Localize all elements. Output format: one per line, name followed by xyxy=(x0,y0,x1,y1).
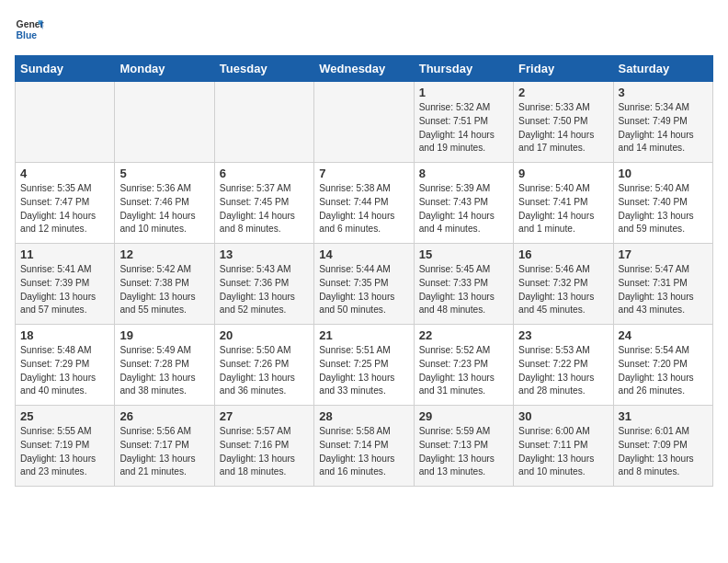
cell-details: Sunrise: 5:52 AM Sunset: 7:23 PM Dayligh… xyxy=(419,344,508,398)
logo-icon: General Blue xyxy=(15,15,44,44)
cell-details: Sunrise: 5:33 AM Sunset: 7:50 PM Dayligh… xyxy=(518,101,608,155)
calendar-cell: 4Sunrise: 5:35 AM Sunset: 7:47 PM Daylig… xyxy=(16,163,115,244)
day-number: 28 xyxy=(319,409,408,423)
cell-details: Sunrise: 5:49 AM Sunset: 7:28 PM Dayligh… xyxy=(119,344,209,398)
cell-details: Sunrise: 5:45 AM Sunset: 7:33 PM Dayligh… xyxy=(419,263,508,317)
calendar-cell: 1Sunrise: 5:32 AM Sunset: 7:51 PM Daylig… xyxy=(414,82,513,163)
cell-details: Sunrise: 5:58 AM Sunset: 7:14 PM Dayligh… xyxy=(319,425,408,479)
calendar-cell: 29Sunrise: 5:59 AM Sunset: 7:13 PM Dayli… xyxy=(414,406,513,487)
calendar-cell: 2Sunrise: 5:33 AM Sunset: 7:50 PM Daylig… xyxy=(514,82,613,163)
day-number: 17 xyxy=(619,247,708,261)
day-number: 3 xyxy=(619,86,708,99)
day-number: 7 xyxy=(319,167,408,180)
day-number: 14 xyxy=(319,247,408,261)
cell-details: Sunrise: 5:46 AM Sunset: 7:32 PM Dayligh… xyxy=(518,263,608,317)
day-number: 9 xyxy=(518,167,608,180)
cell-details: Sunrise: 5:47 AM Sunset: 7:31 PM Dayligh… xyxy=(619,263,708,317)
day-number: 16 xyxy=(518,247,608,261)
cell-details: Sunrise: 5:40 AM Sunset: 7:40 PM Dayligh… xyxy=(619,182,708,236)
cell-details: Sunrise: 5:40 AM Sunset: 7:41 PM Dayligh… xyxy=(518,182,608,236)
calendar-cell: 18Sunrise: 5:48 AM Sunset: 7:29 PM Dayli… xyxy=(16,325,115,406)
day-number: 2 xyxy=(518,86,608,99)
weekday-header-thursday: Thursday xyxy=(414,56,513,82)
calendar-cell: 17Sunrise: 5:47 AM Sunset: 7:31 PM Dayli… xyxy=(613,244,712,325)
weekday-header-wednesday: Wednesday xyxy=(314,56,414,82)
cell-details: Sunrise: 5:37 AM Sunset: 7:45 PM Dayligh… xyxy=(220,182,309,236)
cell-details: Sunrise: 5:36 AM Sunset: 7:46 PM Dayligh… xyxy=(119,182,209,236)
cell-details: Sunrise: 5:34 AM Sunset: 7:49 PM Dayligh… xyxy=(619,101,708,155)
cell-details: Sunrise: 5:35 AM Sunset: 7:47 PM Dayligh… xyxy=(20,182,109,236)
logo: General Blue xyxy=(15,15,44,44)
calendar-cell xyxy=(115,82,214,163)
cell-details: Sunrise: 5:41 AM Sunset: 7:39 PM Dayligh… xyxy=(20,263,109,317)
calendar-cell: 26Sunrise: 5:56 AM Sunset: 7:17 PM Dayli… xyxy=(115,406,214,487)
calendar-cell: 24Sunrise: 5:54 AM Sunset: 7:20 PM Dayli… xyxy=(613,325,712,406)
day-number: 24 xyxy=(619,328,708,342)
calendar-cell: 30Sunrise: 6:00 AM Sunset: 7:11 PM Dayli… xyxy=(514,406,613,487)
calendar-cell: 5Sunrise: 5:36 AM Sunset: 7:46 PM Daylig… xyxy=(115,163,214,244)
calendar-cell xyxy=(16,82,115,163)
calendar-cell: 13Sunrise: 5:43 AM Sunset: 7:36 PM Dayli… xyxy=(214,244,313,325)
day-number: 26 xyxy=(119,409,209,423)
calendar-table: SundayMondayTuesdayWednesdayThursdayFrid… xyxy=(15,55,713,487)
weekday-header-saturday: Saturday xyxy=(613,56,712,82)
day-number: 5 xyxy=(119,167,209,180)
day-number: 13 xyxy=(220,247,309,261)
cell-details: Sunrise: 5:57 AM Sunset: 7:16 PM Dayligh… xyxy=(220,425,309,479)
calendar-cell: 6Sunrise: 5:37 AM Sunset: 7:45 PM Daylig… xyxy=(214,163,313,244)
cell-details: Sunrise: 5:55 AM Sunset: 7:19 PM Dayligh… xyxy=(20,425,109,479)
day-number: 11 xyxy=(20,247,109,261)
week-row-3: 11Sunrise: 5:41 AM Sunset: 7:39 PM Dayli… xyxy=(16,244,713,325)
calendar-cell: 27Sunrise: 5:57 AM Sunset: 7:16 PM Dayli… xyxy=(214,406,313,487)
day-number: 12 xyxy=(119,247,209,261)
calendar-cell: 14Sunrise: 5:44 AM Sunset: 7:35 PM Dayli… xyxy=(314,244,414,325)
weekday-header-row: SundayMondayTuesdayWednesdayThursdayFrid… xyxy=(16,56,713,82)
calendar-cell: 21Sunrise: 5:51 AM Sunset: 7:25 PM Dayli… xyxy=(314,325,414,406)
svg-text:Blue: Blue xyxy=(17,30,38,40)
day-number: 31 xyxy=(619,409,708,423)
calendar-cell: 9Sunrise: 5:40 AM Sunset: 7:41 PM Daylig… xyxy=(514,163,613,244)
calendar-cell: 11Sunrise: 5:41 AM Sunset: 7:39 PM Dayli… xyxy=(16,244,115,325)
week-row-4: 18Sunrise: 5:48 AM Sunset: 7:29 PM Dayli… xyxy=(16,325,713,406)
calendar-cell: 3Sunrise: 5:34 AM Sunset: 7:49 PM Daylig… xyxy=(613,82,712,163)
cell-details: Sunrise: 5:50 AM Sunset: 7:26 PM Dayligh… xyxy=(220,344,309,398)
week-row-1: 1Sunrise: 5:32 AM Sunset: 7:51 PM Daylig… xyxy=(16,82,713,163)
calendar-cell: 31Sunrise: 6:01 AM Sunset: 7:09 PM Dayli… xyxy=(613,406,712,487)
calendar-cell: 8Sunrise: 5:39 AM Sunset: 7:43 PM Daylig… xyxy=(414,163,513,244)
calendar-cell: 25Sunrise: 5:55 AM Sunset: 7:19 PM Dayli… xyxy=(16,406,115,487)
cell-details: Sunrise: 5:43 AM Sunset: 7:36 PM Dayligh… xyxy=(220,263,309,317)
cell-details: Sunrise: 5:54 AM Sunset: 7:20 PM Dayligh… xyxy=(619,344,708,398)
calendar-cell xyxy=(214,82,313,163)
day-number: 15 xyxy=(419,247,508,261)
day-number: 20 xyxy=(220,328,309,342)
calendar-cell: 10Sunrise: 5:40 AM Sunset: 7:40 PM Dayli… xyxy=(613,163,712,244)
weekday-header-sunday: Sunday xyxy=(16,56,115,82)
calendar-cell: 7Sunrise: 5:38 AM Sunset: 7:44 PM Daylig… xyxy=(314,163,414,244)
cell-details: Sunrise: 5:48 AM Sunset: 7:29 PM Dayligh… xyxy=(20,344,109,398)
day-number: 4 xyxy=(20,167,109,180)
weekday-header-monday: Monday xyxy=(115,56,214,82)
day-number: 25 xyxy=(20,409,109,423)
day-number: 18 xyxy=(20,328,109,342)
cell-details: Sunrise: 5:51 AM Sunset: 7:25 PM Dayligh… xyxy=(319,344,408,398)
calendar-cell: 19Sunrise: 5:49 AM Sunset: 7:28 PM Dayli… xyxy=(115,325,214,406)
day-number: 10 xyxy=(619,167,708,180)
calendar-cell: 22Sunrise: 5:52 AM Sunset: 7:23 PM Dayli… xyxy=(414,325,513,406)
cell-details: Sunrise: 5:39 AM Sunset: 7:43 PM Dayligh… xyxy=(419,182,508,236)
day-number: 21 xyxy=(319,328,408,342)
day-number: 29 xyxy=(419,409,508,423)
cell-details: Sunrise: 6:01 AM Sunset: 7:09 PM Dayligh… xyxy=(619,425,708,479)
cell-details: Sunrise: 6:00 AM Sunset: 7:11 PM Dayligh… xyxy=(518,425,608,479)
cell-details: Sunrise: 5:38 AM Sunset: 7:44 PM Dayligh… xyxy=(319,182,408,236)
cell-details: Sunrise: 5:56 AM Sunset: 7:17 PM Dayligh… xyxy=(119,425,209,479)
cell-details: Sunrise: 5:44 AM Sunset: 7:35 PM Dayligh… xyxy=(319,263,408,317)
calendar-cell: 20Sunrise: 5:50 AM Sunset: 7:26 PM Dayli… xyxy=(214,325,313,406)
cell-details: Sunrise: 5:32 AM Sunset: 7:51 PM Dayligh… xyxy=(419,101,508,155)
day-number: 22 xyxy=(419,328,508,342)
weekday-header-friday: Friday xyxy=(514,56,613,82)
day-number: 23 xyxy=(518,328,608,342)
calendar-cell xyxy=(314,82,414,163)
cell-details: Sunrise: 5:42 AM Sunset: 7:38 PM Dayligh… xyxy=(119,263,209,317)
day-number: 30 xyxy=(518,409,608,423)
calendar-cell: 23Sunrise: 5:53 AM Sunset: 7:22 PM Dayli… xyxy=(514,325,613,406)
